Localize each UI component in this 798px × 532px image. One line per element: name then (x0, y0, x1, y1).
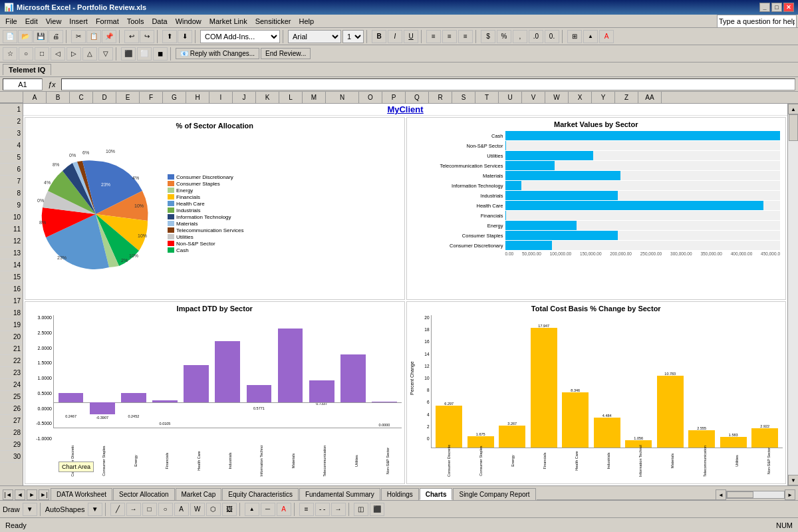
tab-first-button[interactable]: |◄ (3, 489, 13, 500)
menu-file[interactable]: File (1, 16, 21, 27)
col-header-aa[interactable]: AA (638, 92, 662, 103)
currency-button[interactable]: $ (481, 30, 495, 43)
autoshapes-dropdown-button[interactable]: ▼ (88, 503, 102, 516)
hscroll-track[interactable] (726, 491, 785, 499)
tab-data-worksheet[interactable]: DATA Worksheet (51, 488, 112, 500)
menu-data[interactable]: Data (148, 16, 171, 27)
tb2-btn1[interactable]: ☆ (3, 47, 17, 61)
fill-color-draw-button[interactable]: ▲ (245, 503, 259, 516)
col-header-g[interactable]: G (163, 92, 186, 103)
tb2-btn5[interactable]: ▷ (66, 47, 81, 61)
formula-input[interactable]: =INDEX('DATA Worksheet'!$CA$1:$CA$1000,'… (61, 78, 795, 90)
menu-insert[interactable]: Insert (65, 16, 92, 27)
row-num-11[interactable]: 11 (0, 223, 23, 235)
tb2-btn8[interactable]: ⬛ (121, 47, 136, 61)
col-header-i[interactable]: I (209, 92, 233, 103)
arrow-tool-button[interactable]: → (126, 503, 141, 516)
sort-asc-button[interactable]: ⬆ (162, 30, 177, 43)
restore-button[interactable]: □ (771, 3, 782, 12)
textbox-tool-button[interactable]: A (174, 503, 189, 516)
col-header-x[interactable]: X (569, 92, 592, 103)
save-button[interactable]: 💾 (33, 30, 48, 43)
wordart-button[interactable]: W (190, 503, 205, 516)
tb2-btn4[interactable]: ◁ (51, 47, 65, 61)
row-num-1[interactable]: 1 (0, 104, 23, 116)
col-header-s[interactable]: S (452, 92, 475, 103)
help-search-input[interactable] (717, 15, 797, 28)
row-num-22[interactable]: 22 (0, 355, 23, 367)
row-num-9[interactable]: 9 (0, 200, 23, 211)
col-header-f[interactable]: F (140, 92, 163, 103)
scroll-left-button[interactable]: ◄ (716, 489, 726, 500)
row-num-12[interactable]: 12 (0, 235, 23, 247)
row-num-25[interactable]: 25 (0, 391, 23, 403)
open-button[interactable]: 📂 (18, 30, 33, 43)
comaddin-select[interactable]: COM Add-Ins... (200, 30, 280, 43)
diagram-button[interactable]: ⬡ (206, 503, 221, 516)
tb2-btn10[interactable]: ◼ (153, 47, 168, 61)
shadow-button[interactable]: ◫ (354, 503, 368, 516)
tab-holdings[interactable]: Holdings (381, 488, 419, 500)
col-header-l[interactable]: L (279, 92, 303, 103)
print-button[interactable]: 🖨 (49, 30, 63, 43)
col-header-b[interactable]: B (47, 92, 70, 103)
tab-prev-button[interactable]: ◄ (15, 489, 25, 500)
col-header-q[interactable]: Q (406, 92, 429, 103)
telemet-tab[interactable]: Telemet IQ (3, 64, 51, 75)
menu-sensiticker[interactable]: Sensiticker (251, 16, 295, 27)
col-header-d[interactable]: D (93, 92, 116, 103)
row-num-5[interactable]: 5 (0, 152, 23, 164)
col-header-m[interactable]: M (303, 92, 326, 103)
col-header-y[interactable]: Y (592, 92, 615, 103)
row-num-20[interactable]: 20 (0, 331, 23, 343)
oval-tool-button[interactable]: ○ (158, 503, 173, 516)
increase-decimal-button[interactable]: .0 (529, 30, 543, 43)
cut-button[interactable]: ✂ (71, 30, 86, 43)
tab-market-cap[interactable]: Market Cap (176, 488, 222, 500)
comma-button[interactable]: , (513, 30, 527, 43)
col-header-r[interactable]: R (429, 92, 452, 103)
tb2-btn3[interactable]: □ (35, 47, 49, 61)
col-header-z[interactable]: Z (615, 92, 638, 103)
tab-single-company[interactable]: Single Company Report (453, 488, 535, 500)
align-center-button[interactable]: ≡ (442, 30, 457, 43)
tb2-btn9[interactable]: ⬜ (137, 47, 152, 61)
line-tool-button[interactable]: ╱ (110, 503, 125, 516)
row-num-28[interactable]: 28 (0, 427, 23, 439)
col-header-c[interactable]: C (70, 92, 93, 103)
undo-button[interactable]: ↩ (124, 30, 139, 43)
col-header-n[interactable]: N (326, 92, 359, 103)
scroll-down-button[interactable]: ▼ (788, 475, 798, 485)
menu-help[interactable]: Help (295, 16, 318, 27)
clipart-button[interactable]: 🖼 (222, 503, 237, 516)
new-button[interactable]: 📄 (3, 30, 17, 43)
align-left-button[interactable]: ≡ (426, 30, 441, 43)
scroll-thumb[interactable] (789, 114, 798, 141)
row-num-7[interactable]: 7 (0, 176, 23, 188)
tab-last-button[interactable]: ►| (39, 489, 49, 500)
row-num-2[interactable]: 2 (0, 116, 23, 128)
3d-button[interactable]: ⬛ (370, 503, 384, 516)
arrow-style-button[interactable]: → (331, 503, 346, 516)
row-num-6[interactable]: 6 (0, 164, 23, 176)
paste-button[interactable]: 📌 (102, 30, 116, 43)
row-num-23[interactable]: 23 (0, 367, 23, 379)
decrease-decimal-button[interactable]: 0. (545, 30, 559, 43)
row-num-10[interactable]: 10 (0, 211, 23, 223)
col-header-k[interactable]: K (256, 92, 279, 103)
row-num-29[interactable]: 29 (0, 439, 23, 451)
menu-marketlink[interactable]: Market Link (205, 16, 251, 27)
tab-fundamental-summary[interactable]: Fundamental Summary (299, 488, 380, 500)
underline-button[interactable]: U (404, 30, 418, 43)
scroll-right-button[interactable]: ► (785, 489, 795, 500)
col-header-u[interactable]: U (499, 92, 522, 103)
row-num-21[interactable]: 21 (0, 343, 23, 355)
line-color-button[interactable]: ─ (261, 503, 275, 516)
row-num-14[interactable]: 14 (0, 259, 23, 271)
scroll-up-button[interactable]: ▲ (788, 104, 798, 114)
font-name-select[interactable]: Arial (288, 30, 341, 43)
reply-changes-button[interactable]: 📧 Reply with Changes... (176, 48, 259, 59)
row-num-26[interactable]: 26 (0, 403, 23, 415)
row-num-17[interactable]: 17 (0, 295, 23, 307)
minimize-button[interactable]: _ (759, 3, 770, 12)
